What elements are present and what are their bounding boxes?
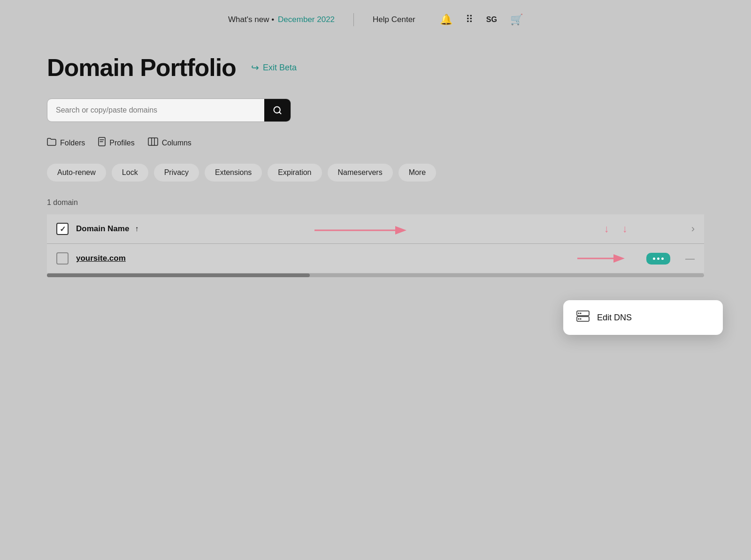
help-center-link[interactable]: Help Center xyxy=(373,15,415,24)
filter-columns[interactable]: Columns xyxy=(148,137,192,148)
filter-folders[interactable]: Folders xyxy=(47,137,85,148)
row-actions: — xyxy=(646,253,695,265)
table-header: ✓ Domain Name ↑ ↓ ↓ › xyxy=(47,214,704,244)
profiles-icon xyxy=(98,137,106,149)
top-navigation: What's new • December 2022 Help Center 🔔… xyxy=(0,0,751,39)
page-title: Domain Portfolio xyxy=(47,53,236,82)
whats-new-label: What's new • xyxy=(228,15,274,24)
exit-beta-icon: ↪ xyxy=(251,62,259,73)
checkbox-check: ✓ xyxy=(60,225,66,234)
nav-icon-group: 🔔 ⠿ SG 🛒 xyxy=(440,14,523,26)
horizontal-scrollbar[interactable] xyxy=(47,273,704,277)
search-icon xyxy=(273,106,282,115)
dns-icon xyxy=(576,310,590,325)
row-annotation-arrow xyxy=(577,251,634,265)
chip-nameservers[interactable]: Nameservers xyxy=(328,164,393,182)
chip-auto-renew[interactable]: Auto-renew xyxy=(47,164,106,182)
apps-grid-icon[interactable]: ⠿ xyxy=(466,14,473,26)
svg-rect-1 xyxy=(148,138,158,145)
page-header: Domain Portfolio ↪ Exit Beta xyxy=(47,53,704,82)
chip-extensions[interactable]: Extensions xyxy=(205,164,262,182)
dash-placeholder: — xyxy=(685,253,695,264)
svg-point-11 xyxy=(580,318,582,320)
domain-name-header: Domain Name xyxy=(76,224,129,234)
chip-privacy[interactable]: Privacy xyxy=(154,164,199,182)
edit-dns-option[interactable]: Edit DNS xyxy=(563,300,723,335)
main-content: Domain Portfolio ↪ Exit Beta Folders xyxy=(0,39,751,291)
cart-icon[interactable]: 🛒 xyxy=(510,14,523,26)
table-row: yoursite.com — xyxy=(47,244,704,273)
domain-name-cell[interactable]: yoursite.com xyxy=(76,254,126,263)
user-avatar[interactable]: SG xyxy=(486,15,497,24)
search-bar xyxy=(47,98,291,122)
folder-icon xyxy=(47,137,56,148)
notification-icon[interactable]: 🔔 xyxy=(440,14,452,26)
svg-point-10 xyxy=(578,318,580,320)
columns-icon xyxy=(148,137,158,148)
chip-expiration[interactable]: Expiration xyxy=(268,164,322,182)
edit-dns-popup: Edit DNS xyxy=(563,300,723,335)
filter-bar: Folders Profiles Columns xyxy=(47,137,704,149)
columns-label: Columns xyxy=(162,139,192,147)
exit-beta-label: Exit Beta xyxy=(263,63,297,73)
whats-new-link[interactable]: December 2022 xyxy=(278,15,335,24)
scrollbar-thumb[interactable] xyxy=(47,273,310,277)
edit-dns-label: Edit DNS xyxy=(597,313,632,323)
chip-lock[interactable]: Lock xyxy=(112,164,148,182)
folders-label: Folders xyxy=(60,139,85,147)
search-input[interactable] xyxy=(47,99,264,121)
arrow-down-1: ↓ xyxy=(604,223,609,235)
nav-divider xyxy=(353,13,354,26)
profiles-label: Profiles xyxy=(109,139,134,147)
domain-count: 1 domain xyxy=(47,198,704,207)
whats-new-section: What's new • December 2022 xyxy=(228,15,335,24)
svg-point-8 xyxy=(578,313,580,314)
arrow-down-2: ↓ xyxy=(622,223,628,235)
svg-point-9 xyxy=(580,313,582,314)
domain-table: ✓ Domain Name ↑ ↓ ↓ › y xyxy=(47,214,704,277)
chip-more[interactable]: More xyxy=(398,164,436,182)
sort-asc-icon[interactable]: ↑ xyxy=(135,225,138,233)
column-domain-name: Domain Name ↑ xyxy=(76,224,138,234)
row-chevron-right: › xyxy=(691,223,695,235)
more-options-button[interactable] xyxy=(646,253,670,265)
exit-beta-link[interactable]: ↪ Exit Beta xyxy=(251,62,297,73)
select-all-checkbox[interactable]: ✓ xyxy=(56,223,69,235)
filter-profiles[interactable]: Profiles xyxy=(98,137,134,149)
action-chips: Auto-renew Lock Privacy Extensions Expir… xyxy=(47,164,704,182)
row-checkbox[interactable] xyxy=(56,252,69,265)
search-button[interactable] xyxy=(264,99,291,121)
